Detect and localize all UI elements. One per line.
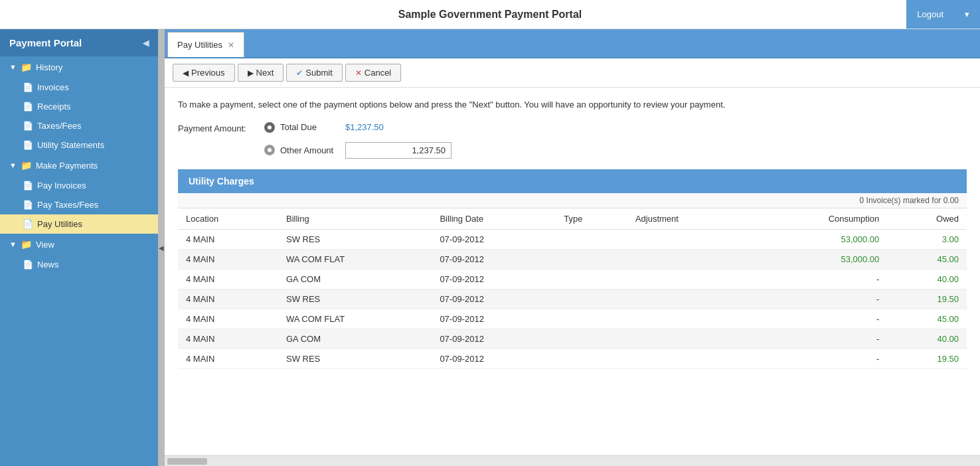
other-amount-label: Other Amount — [280, 145, 340, 155]
sidebar-group-history: ▼ 📁 History 📄 Invoices 📄 Receipts 📄 Taxe… — [0, 56, 158, 155]
sidebar-item-pay-utilities[interactable]: 📄 Pay Utilities — [0, 214, 158, 234]
history-arrow-icon: ▼ — [9, 63, 17, 71]
pay-utilities-doc-icon: 📄 — [23, 219, 33, 229]
previous-icon: ◀ — [183, 68, 189, 78]
tab-bar: Pay Utilities ✕ — [165, 29, 980, 58]
history-folder-icon: 📁 — [21, 62, 32, 72]
sidebar-group-make-payments-header[interactable]: ▼ 📁 Make Payments — [0, 155, 158, 176]
sidebar-item-pay-invoices[interactable]: 📄 Pay Invoices — [0, 176, 158, 195]
table-invoice-count: 0 Invoice(s) marked for 0.00 — [178, 193, 967, 208]
sidebar-item-taxes-fees[interactable]: 📄 Taxes/Fees — [0, 116, 158, 135]
sidebar-item-invoices-label: Invoices — [37, 82, 69, 92]
tab-close-icon[interactable]: ✕ — [228, 40, 234, 50]
sidebar-header[interactable]: Payment Portal ◀ — [0, 29, 158, 56]
sidebar-item-pay-utilities-label: Pay Utilities — [37, 219, 82, 229]
receipts-doc-icon: 📄 — [23, 102, 33, 112]
next-label: Next — [256, 68, 274, 78]
make-payments-arrow-icon: ▼ — [9, 161, 17, 169]
logout-button[interactable]: Logout — [906, 0, 954, 29]
table-row[interactable]: 4 MAINGA COM07-09-2012-40.00 — [178, 329, 967, 349]
sidebar-group-make-payments: ▼ 📁 Make Payments 📄 Pay Invoices 📄 Pay T… — [0, 155, 158, 234]
toolbar: ◀ Previous ▶ Next ✔ Submit ✕ Cancel — [165, 58, 980, 88]
page-title: Sample Government Payment Portal — [398, 9, 582, 21]
pay-taxes-doc-icon: 📄 — [23, 200, 33, 210]
payment-amount-section: Payment Amount: Total Due $1,237.50 Othe… — [178, 122, 967, 159]
content-area: Pay Utilities ✕ ◀ Previous ▶ Next ✔ Subm… — [165, 29, 980, 466]
sidebar-item-receipts-label: Receipts — [37, 102, 71, 112]
col-consumption: Consumption — [750, 208, 888, 230]
col-location: Location — [178, 208, 278, 230]
table-row[interactable]: 4 MAINWA COM FLAT07-09-201253,000.0045.0… — [178, 249, 967, 269]
view-arrow-icon: ▼ — [9, 240, 17, 248]
other-amount-input[interactable] — [345, 142, 451, 159]
sidebar-group-history-label: History — [36, 62, 62, 72]
taxes-doc-icon: 📄 — [23, 121, 33, 131]
radio-options: Total Due $1,237.50 Other Amount — [264, 122, 451, 159]
table-row[interactable]: 4 MAINSW RES07-09-2012-19.50 — [178, 289, 967, 309]
table-row[interactable]: 4 MAINWA COM FLAT07-09-2012-45.00 — [178, 309, 967, 329]
total-due-label: Total Due — [280, 122, 340, 132]
cancel-icon: ✕ — [355, 68, 362, 78]
page-content: To make a payment, select one of the pay… — [165, 88, 980, 455]
sidebar-item-utility-statements-label: Utility Statements — [37, 140, 104, 150]
pay-invoices-doc-icon: 📄 — [23, 181, 33, 191]
sidebar-item-invoices[interactable]: 📄 Invoices — [0, 78, 158, 97]
invoices-doc-icon: 📄 — [23, 82, 33, 92]
scrollbar-thumb[interactable] — [167, 458, 207, 465]
tab-pay-utilities-label: Pay Utilities — [177, 40, 222, 50]
sidebar-collapse-chevron: ◀ — [159, 244, 164, 252]
view-folder-icon: 📁 — [21, 239, 32, 250]
payment-label: Payment Amount: — [178, 122, 251, 133]
submit-button[interactable]: ✔ Submit — [286, 64, 342, 82]
make-payments-folder-icon: 📁 — [21, 160, 32, 171]
sidebar-group-view: ▼ 📁 View 📄 News — [0, 234, 158, 274]
col-billing: Billing — [278, 208, 432, 230]
next-button[interactable]: ▶ Next — [238, 64, 284, 82]
sidebar-item-utility-statements[interactable]: 📄 Utility Statements — [0, 135, 158, 155]
sidebar-item-taxes-label: Taxes/Fees — [37, 121, 81, 131]
submit-label: Submit — [305, 68, 332, 78]
table-row[interactable]: 4 MAINSW RES07-09-2012-19.50 — [178, 349, 967, 368]
previous-button[interactable]: ◀ Previous — [173, 64, 235, 82]
other-amount-radio[interactable] — [264, 145, 275, 155]
sidebar-collapse-icon: ◀ — [143, 39, 149, 48]
submit-icon: ✔ — [296, 68, 303, 78]
sidebar: Payment Portal ◀ ▼ 📁 History 📄 Invoices … — [0, 29, 158, 466]
sidebar-group-make-payments-label: Make Payments — [36, 161, 98, 171]
cancel-label: Cancel — [365, 68, 391, 78]
sidebar-group-view-header[interactable]: ▼ 📁 View — [0, 234, 158, 255]
total-due-radio[interactable] — [264, 122, 275, 133]
utility-charges-table: Location Billing Billing Date Type Adjus… — [178, 208, 967, 369]
table-header: Utility Charges — [178, 169, 967, 193]
table-row[interactable]: 4 MAINGA COM07-09-2012-40.00 — [178, 269, 967, 289]
table-header-row: Location Billing Billing Date Type Adjus… — [178, 208, 967, 230]
total-due-value: $1,237.50 — [345, 122, 384, 132]
table-section: Utility Charges 0 Invoice(s) marked for … — [178, 169, 967, 369]
sidebar-item-news-label: News — [37, 260, 59, 270]
table-row[interactable]: 4 MAINSW RES07-09-201253,000.003.00 — [178, 229, 967, 249]
col-owed: Owed — [887, 208, 967, 230]
instruction-text: To make a payment, select one of the pay… — [178, 98, 967, 112]
logout-area: Logout ▾ — [906, 0, 980, 29]
col-adjustment: Adjustment — [627, 208, 750, 230]
news-doc-icon: 📄 — [23, 260, 33, 270]
logout-dropdown-button[interactable]: ▾ — [954, 0, 980, 29]
cancel-button[interactable]: ✕ Cancel — [345, 64, 401, 82]
sidebar-group-view-label: View — [36, 240, 54, 250]
sidebar-collapse-handle[interactable]: ◀ — [158, 29, 165, 466]
sidebar-title: Payment Portal — [9, 37, 82, 48]
tab-pay-utilities[interactable]: Pay Utilities ✕ — [167, 32, 244, 57]
sidebar-item-pay-taxes-fees[interactable]: 📄 Pay Taxes/Fees — [0, 195, 158, 214]
table-title: Utility Charges — [189, 176, 254, 187]
sidebar-item-news[interactable]: 📄 News — [0, 255, 158, 274]
main-layout: Payment Portal ◀ ▼ 📁 History 📄 Invoices … — [0, 29, 980, 466]
sidebar-item-receipts[interactable]: 📄 Receipts — [0, 97, 158, 116]
horizontal-scrollbar[interactable] — [165, 455, 980, 466]
sidebar-item-pay-invoices-label: Pay Invoices — [37, 181, 86, 191]
top-header: Sample Government Payment Portal Logout … — [0, 0, 980, 29]
col-type: Type — [556, 208, 627, 230]
sidebar-group-history-header[interactable]: ▼ 📁 History — [0, 56, 158, 78]
sidebar-item-pay-taxes-label: Pay Taxes/Fees — [37, 200, 98, 210]
utility-statements-doc-icon: 📄 — [23, 140, 33, 150]
next-icon: ▶ — [248, 68, 254, 78]
